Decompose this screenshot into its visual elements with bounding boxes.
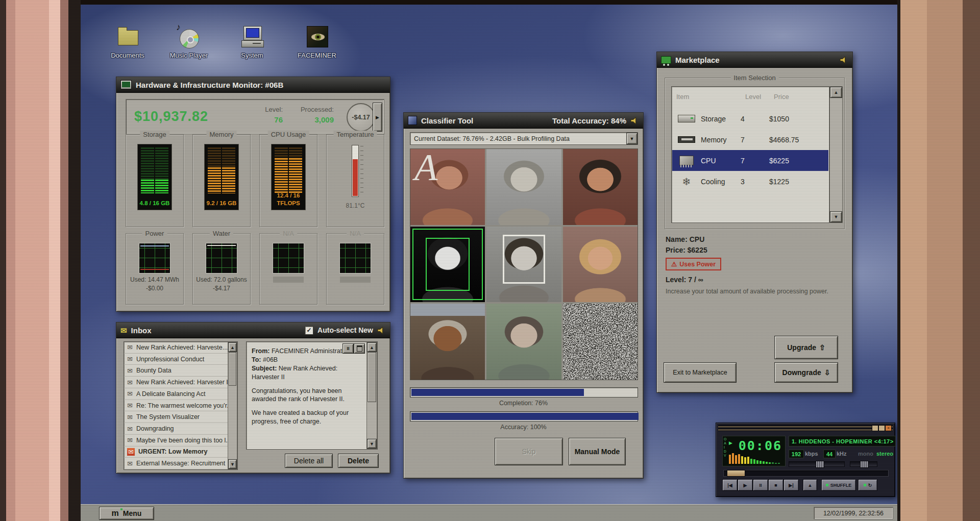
hardware-monitor-titlebar[interactable]: Hardware & Infrastructure Monitor: #06B — [116, 77, 390, 93]
delete-all-button[interactable]: Delete all — [285, 454, 333, 468]
eject-button[interactable]: ▲ — [803, 479, 817, 491]
desktop-icon-documents[interactable]: Documents — [103, 25, 152, 59]
face-image-7[interactable] — [410, 304, 485, 380]
desktop-icon-music-player[interactable]: ♪ Music Player — [164, 25, 213, 59]
delete-button[interactable]: Delete — [338, 454, 379, 468]
cpu-fill — [275, 158, 302, 193]
processed-stat: Processed: 3,009 — [285, 106, 334, 124]
face-image-1[interactable]: A — [410, 149, 485, 225]
item-row-cpu-selected[interactable]: CPU 7 $6225 — [672, 150, 828, 171]
list-item[interactable]: ✉A Delicate Balancing Act — [124, 388, 228, 400]
speaker-icon[interactable] — [630, 117, 639, 125]
desktop-icon-system[interactable]: System — [228, 25, 277, 59]
list-item[interactable]: ✉Downgrading — [124, 423, 228, 435]
inbox-list-scrollbar[interactable]: ▲ ▼ — [228, 342, 237, 469]
repeat-led — [864, 484, 866, 486]
window-title: Inbox — [131, 326, 152, 335]
marketplace-titlebar[interactable]: Marketplace — [657, 52, 852, 68]
previous-button[interactable]: |◀ — [722, 479, 738, 491]
message-body: Congratulations, you have been awarded t… — [252, 387, 353, 404]
list-item[interactable]: ✉Maybe I've been doing this too l... — [124, 435, 228, 446]
speaker-icon[interactable] — [377, 327, 386, 334]
unused-meter-2: N/A — [326, 233, 384, 305]
taskbar-clock: 12/02/1999, 22:32:56 — [814, 507, 893, 519]
next-button[interactable]: ▶| — [783, 479, 799, 491]
cpu-chip-icon — [679, 156, 694, 165]
faceminer-eye-icon — [305, 25, 329, 48]
list-item[interactable]: ✉New Rank Achieved: Harveste... — [124, 342, 228, 354]
face-image-2[interactable] — [486, 149, 561, 225]
scroll-up-button[interactable]: ▲ — [367, 342, 377, 352]
list-item-urgent[interactable]: ✉URGENT: Low Memory — [124, 446, 228, 458]
scroll-down-button[interactable]: ▼ — [367, 439, 377, 449]
scrollbar-thumb[interactable] — [229, 352, 236, 386]
item-row-storage[interactable]: Storage 4 $1050 — [672, 108, 828, 129]
list-item[interactable]: ✉New Rank Achieved: Harvester I — [124, 377, 228, 388]
list-item[interactable]: ✉External Message: Recruitment — [124, 458, 228, 469]
manual-mode-button[interactable]: Manual Mode — [569, 438, 626, 465]
exit-to-marketplace-button[interactable]: Exit to Marketplace — [664, 362, 737, 383]
accuracy-fill — [411, 413, 639, 420]
tick-advance-button[interactable]: ▶ — [373, 103, 382, 132]
classifier-window: Classifier Tool Total Accuracy: 84% Curr… — [403, 112, 644, 479]
repeat-button[interactable]: ↻ — [858, 479, 877, 491]
play-button[interactable]: ▶ — [738, 479, 753, 491]
start-menu-button[interactable]: m Menu — [99, 507, 154, 520]
player-titlebar[interactable] — [718, 425, 893, 431]
auto-select-checkbox[interactable]: ✓ — [305, 326, 313, 335]
scrollbar-thumb[interactable] — [368, 352, 376, 402]
face-image-8[interactable] — [486, 304, 561, 380]
volume-slider[interactable] — [789, 461, 845, 467]
skip-button[interactable]: Skip — [495, 438, 563, 465]
list-item[interactable]: ✉Re: The warmest welcome you'r... — [124, 400, 228, 412]
list-item[interactable]: ✉The System Visualizer — [124, 411, 228, 423]
scroll-up-button[interactable]: ▲ — [228, 342, 237, 352]
memory-fill — [208, 167, 235, 193]
face-image-3[interactable] — [563, 149, 638, 225]
thermometer-ticks — [360, 146, 363, 195]
speaker-icon[interactable] — [840, 56, 848, 64]
completion-fill — [411, 389, 584, 396]
scroll-down-button[interactable]: ▼ — [228, 459, 237, 469]
minimize-icon[interactable] — [872, 425, 878, 431]
face-image-6[interactable] — [563, 227, 638, 303]
message-scrollbar[interactable]: ▲ ▼ — [366, 342, 377, 449]
lcd-display: OAIDV ▶ 00:06 — [722, 436, 786, 466]
face-image-9-static[interactable] — [563, 304, 638, 380]
scroll-up-button[interactable]: ▲ — [830, 87, 842, 98]
computer-icon — [240, 25, 264, 48]
stop-button[interactable]: ■ — [768, 479, 783, 491]
balance-slider[interactable] — [850, 461, 877, 467]
item-list-scrollbar[interactable]: ▲ ▼ — [829, 86, 843, 223]
auto-select-label: Auto-select New — [317, 326, 373, 334]
scroll-down-button[interactable]: ▼ — [830, 211, 842, 222]
downgrade-button[interactable]: Downgrade⇩ — [774, 362, 838, 383]
mono-indicator: mono — [858, 451, 873, 457]
desktop-icon-faceminer[interactable]: FACEMINER — [292, 25, 341, 59]
upgrade-button[interactable]: Upgrade⇧ — [774, 336, 838, 359]
temperature-fill — [353, 159, 358, 196]
shade-icon[interactable] — [878, 425, 885, 431]
classifier-titlebar[interactable]: Classifier Tool Total Accuracy: 84% — [404, 113, 643, 129]
mail-icon: ✉ — [127, 367, 133, 375]
list-item[interactable]: ✉Bounty Data — [124, 365, 228, 377]
inbox-titlebar[interactable]: ✉ Inbox ✓ Auto-select New — [116, 322, 390, 338]
face-image-4-selected[interactable] — [410, 227, 485, 303]
pause-button[interactable]: II — [753, 479, 768, 491]
dataset-dropdown[interactable]: Current Dataset: 76.76% - 2.42GB - Bulk … — [410, 132, 638, 145]
uses-power-badge: ⚠ Uses Power — [666, 258, 721, 270]
dropdown-arrow-button[interactable]: ▼ — [626, 133, 638, 144]
close-icon[interactable]: × — [885, 425, 892, 431]
pause-ticker-button[interactable]: II — [342, 343, 354, 354]
clutterbar[interactable]: OAIDV — [724, 437, 726, 457]
list-item[interactable]: ✉Unprofessional Conduct — [124, 354, 228, 365]
shuffle-button[interactable]: SHUFFLE — [821, 479, 856, 491]
item-row-cooling[interactable]: ❄ Cooling 3 $1225 — [672, 171, 828, 192]
seek-handle[interactable] — [727, 470, 745, 477]
item-row-memory[interactable]: Memory 7 $4668.75 — [672, 129, 828, 150]
popout-button[interactable] — [354, 343, 365, 354]
seek-bar[interactable] — [723, 470, 889, 477]
temperature-gauge: Temperature 81.1°C — [326, 134, 384, 227]
face-image-5[interactable] — [486, 227, 561, 303]
inbox-window: ✉ Inbox ✓ Auto-select New ✉New Rank Achi… — [116, 322, 390, 474]
